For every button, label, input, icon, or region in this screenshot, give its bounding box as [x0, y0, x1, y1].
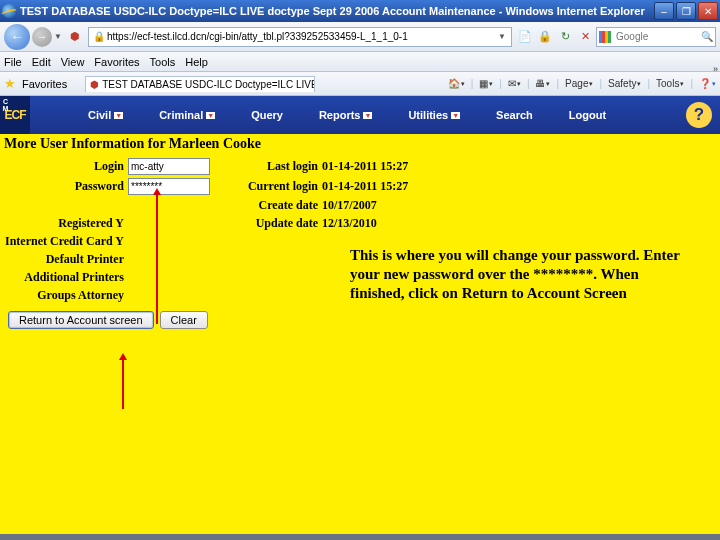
label-password: Password [0, 179, 128, 194]
nav-criminal[interactable]: Criminal▼ [141, 109, 233, 121]
menu-edit[interactable]: Edit [32, 56, 51, 68]
search-box[interactable]: 🔍 [596, 27, 716, 47]
nav-utilities[interactable]: Utilities▼ [390, 109, 478, 121]
tab-title: TEST DATABASE USDC-ILC Doctype=ILC LIVE … [102, 79, 315, 90]
menu-bar: File Edit View Favorites Tools Help [0, 52, 720, 72]
value-create-date: 10/17/2007 [322, 198, 377, 213]
home-button[interactable]: 🏠▾ [448, 78, 465, 89]
address-bar[interactable]: 🔒 https://ecf-test.ilcd.dcn/cgi-bin/atty… [88, 27, 512, 47]
menu-file[interactable]: File [4, 56, 22, 68]
lock-icon: 🔒 [93, 31, 105, 42]
return-button[interactable]: Return to Account screen [8, 311, 154, 329]
label-additional-printers: Additional Printers [0, 270, 128, 285]
nav-reports[interactable]: Reports▼ [301, 109, 391, 121]
page-heading: More User Information for Marleen Cooke [0, 134, 720, 154]
nav-history-dropdown[interactable]: ▼ [54, 32, 64, 41]
maximize-button[interactable]: ❐ [676, 2, 696, 20]
label-update-date: Update date [240, 216, 318, 231]
value-update-date: 12/13/2010 [322, 216, 377, 231]
label-current-login: Current login [240, 179, 318, 194]
page-menu[interactable]: Page▾ [565, 78, 593, 89]
nav-query[interactable]: Query [233, 109, 301, 121]
content-area: More User Information for Marleen Cooke … [0, 134, 720, 534]
tools-menu[interactable]: Tools▾ [656, 78, 684, 89]
refresh-button[interactable]: ↻ [556, 28, 574, 46]
menu-favorites[interactable]: Favorites [94, 56, 139, 68]
nav-civil[interactable]: Civil▼ [70, 109, 141, 121]
help-icon[interactable]: ? [686, 102, 712, 128]
help-button[interactable]: ❓▾ [699, 78, 716, 89]
login-input[interactable] [128, 158, 210, 175]
label-default-printer: Default Printer [0, 252, 128, 267]
label-last-login: Last login [240, 159, 318, 174]
password-input[interactable] [128, 178, 210, 195]
menu-help[interactable]: Help [185, 56, 208, 68]
tab-icon: ⬢ [90, 79, 99, 90]
arrow-annotation-password [156, 194, 158, 324]
window-title: TEST DATABASE USDC-ILC Doctype=ILC LIVE … [20, 5, 654, 17]
address-dropdown[interactable]: ▼ [495, 32, 509, 41]
favorites-star-icon[interactable]: ★ [4, 76, 16, 91]
value-current-login: 01-14-2011 15:27 [322, 179, 408, 194]
ecf-logo: CMECF [0, 96, 30, 134]
url-text: https://ecf-test.ilcd.dcn/cgi-bin/atty_t… [107, 31, 495, 42]
cert-icon[interactable]: ⬢ [66, 28, 84, 46]
security-lock-icon[interactable]: 🔒 [536, 28, 554, 46]
minimize-button[interactable]: – [654, 2, 674, 20]
mail-button[interactable]: ✉▾ [508, 78, 521, 89]
nav-search[interactable]: Search [478, 109, 551, 121]
safety-menu[interactable]: Safety▾ [608, 78, 641, 89]
menu-tools[interactable]: Tools [150, 56, 176, 68]
callout-text: This is where you will change your passw… [350, 246, 680, 302]
compat-icon[interactable]: 📄 [516, 28, 534, 46]
back-button[interactable]: ← [4, 24, 30, 50]
ecf-header: CMECF Civil▼ Criminal▼ Query Reports▼ Ut… [0, 96, 720, 134]
feeds-button[interactable]: ▦▾ [479, 78, 493, 89]
search-input[interactable] [614, 30, 684, 43]
ie-icon [2, 4, 16, 18]
title-bar: TEST DATABASE USDC-ILC Doctype=ILC LIVE … [0, 0, 720, 22]
browser-tab[interactable]: ⬢ TEST DATABASE USDC-ILC Doctype=ILC LIV… [85, 76, 315, 92]
nav-bar: ← → ▼ ⬢ 🔒 https://ecf-test.ilcd.dcn/cgi-… [0, 22, 720, 52]
value-last-login: 01-14-2011 15:27 [322, 159, 408, 174]
label-create-date: Create date [240, 198, 318, 213]
menu-view[interactable]: View [61, 56, 85, 68]
print-button[interactable]: 🖶▾ [535, 78, 550, 89]
nav-logout[interactable]: Logout [551, 109, 624, 121]
arrow-annotation-return [122, 359, 124, 409]
label-icc: Internet Credit Card Y [0, 234, 128, 249]
forward-button[interactable]: → [32, 27, 52, 47]
expand-icon[interactable]: » [713, 64, 718, 74]
clear-button[interactable]: Clear [160, 311, 208, 329]
favorites-bar: » ★ Favorites ⬢ TEST DATABASE USDC-ILC D… [0, 72, 720, 96]
label-login: Login [0, 159, 128, 174]
label-registered: Registered Y [0, 216, 128, 231]
stop-button[interactable]: ✕ [576, 28, 594, 46]
favorites-label[interactable]: Favorites [22, 78, 67, 90]
close-button[interactable]: ✕ [698, 2, 718, 20]
label-groups: Groups Attorney [0, 288, 128, 303]
bottom-border [0, 534, 720, 540]
google-icon [599, 31, 611, 43]
